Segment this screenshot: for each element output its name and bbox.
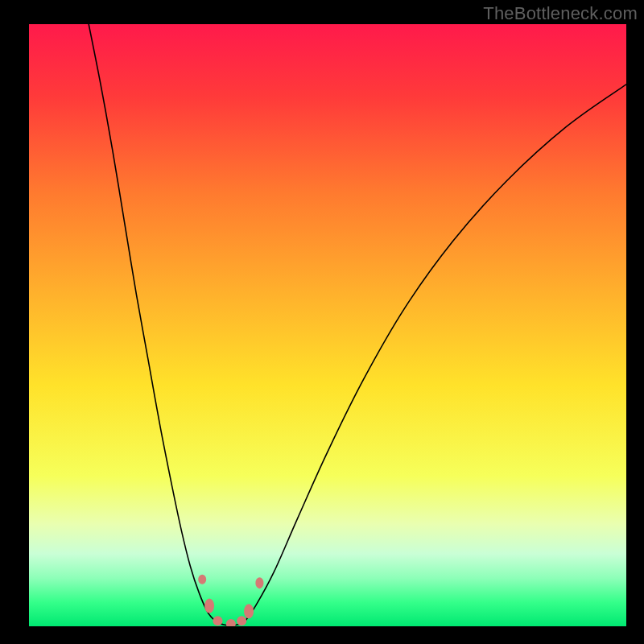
marker-point [255, 577, 263, 588]
marker-point [244, 604, 254, 618]
plot-area [29, 24, 626, 626]
chart-frame: TheBottleneck.com [0, 0, 644, 644]
marker-point [213, 616, 222, 625]
gradient-background [29, 24, 626, 626]
marker-point [204, 599, 214, 613]
marker-point [237, 616, 246, 625]
watermark-text: TheBottleneck.com [483, 3, 638, 24]
plot-svg [29, 24, 626, 626]
marker-point [198, 575, 206, 584]
